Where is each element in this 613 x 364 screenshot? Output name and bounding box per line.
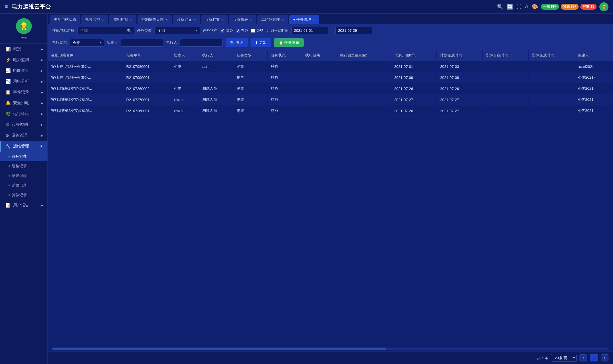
close-icon-oplog[interactable]: ✕: [165, 18, 168, 22]
search-icon[interactable]: 🔍: [497, 4, 503, 10]
plan-start-date[interactable]: [291, 27, 328, 34]
sidebar-item-device-management[interactable]: ⚙ 设备管理 ▶: [0, 130, 47, 141]
prev-page-btn[interactable]: ‹: [579, 354, 587, 361]
theme-icon[interactable]: 🎨: [532, 4, 538, 10]
search-label: 查询: [236, 40, 243, 45]
tab-video-monitor[interactable]: 视频监控 ✕: [81, 15, 108, 24]
arrow-device-mgmt: ▶: [41, 134, 43, 137]
table-row[interactable]: 安科瑞电气股份有限公...R2107090001抢单待办2021-07-0920…: [48, 72, 613, 83]
task-type-select[interactable]: 全部 消警 抢单 巡检: [155, 27, 200, 34]
close-icon-devrpt[interactable]: ✕: [250, 18, 252, 22]
sidebar-item-device-control[interactable]: 🖥 设备控制 ▶: [0, 119, 47, 130]
status-zaiban-checkbox[interactable]: [236, 29, 240, 33]
tab-station-status[interactable]: 变配电站状态: [50, 15, 80, 24]
sidebar-label-overview: 概况: [13, 47, 21, 52]
dot-emergency: [9, 194, 10, 196]
menu-icon[interactable]: ≡: [5, 3, 8, 10]
tab-device-report[interactable]: 设备报表 ✕: [229, 15, 256, 24]
export-button[interactable]: ⬇ 导出: [251, 38, 271, 47]
tab-label-task: ● 任务管理: [293, 17, 311, 22]
table-row[interactable]: 安科瑞E栋2楼实验室演...R2107260001xmzp测试人员消警待办202…: [48, 105, 613, 116]
publish-button[interactable]: 📋 任务发布: [274, 38, 304, 47]
close-icon-task[interactable]: ✕: [313, 18, 315, 22]
cell-0-10: [483, 61, 529, 72]
sidebar-item-inspection[interactable]: 巡检记录: [0, 161, 47, 171]
sidebar-item-power-monitor[interactable]: ⚡ 电力监测 ▶: [0, 55, 47, 65]
table-row[interactable]: 安科瑞电气股份有限公...R2107080001小佟acrel消警待办2021-…: [48, 61, 613, 72]
tab-label-video: 视频监控: [85, 17, 100, 22]
col-creator: 创建人: [574, 50, 613, 61]
col-plan-end: 计划完成时间: [437, 50, 483, 61]
station-input[interactable]: [77, 27, 134, 34]
refresh-icon[interactable]: 🔄: [507, 4, 513, 10]
sidebar-item-event-record[interactable]: 📋 事件记录 ▶: [0, 87, 47, 98]
tab-label-lighting: 照明控制: [113, 17, 128, 22]
scrollbar-thumb[interactable]: [52, 348, 386, 350]
sidebar-item-alarm[interactable]: 消警记录: [0, 181, 47, 190]
dot-task: [9, 156, 10, 157]
arrow-quality: ▶: [41, 69, 43, 73]
status-zaiban-wrap[interactable]: 在办: [236, 28, 248, 33]
status-daiban-checkbox[interactable]: [220, 29, 224, 33]
sidebar-item-task-management[interactable]: 任务管理: [0, 152, 47, 161]
filter-bar: 变配电站名称 🔍 任务类型 全部 消警 抢单 巡检 任务状态: [48, 24, 613, 50]
sidebar-item-user-report[interactable]: 📝 用户报告 ▶: [0, 200, 47, 211]
close-icon-video[interactable]: ✕: [102, 18, 104, 22]
badge-urgent[interactable]: 紧急 99+: [561, 4, 579, 10]
status-ban-checkbox[interactable]: [251, 29, 255, 33]
event-icon: 📋: [5, 90, 11, 95]
badge-severe[interactable]: 严重 15: [580, 4, 597, 10]
current-page-btn[interactable]: 1: [590, 354, 598, 361]
badge-normal[interactable]: 一般 99+: [541, 4, 559, 10]
sub-label-emergency: 抢修记录: [12, 193, 27, 198]
table-row[interactable]: 安科瑞E栋2楼实验室演...R2107260002小佟测试人员消警待办2021-…: [48, 83, 613, 94]
close-icon-devdef[interactable]: ✕: [193, 18, 196, 22]
sidebar-label-env: 运行环境: [13, 111, 29, 116]
responsible-input[interactable]: [121, 39, 163, 47]
search-button[interactable]: 🔍 查询: [226, 38, 248, 47]
sidebar-item-safety[interactable]: 🔔 安全用电 ▶: [0, 98, 47, 108]
arrow-report: ▶: [41, 204, 43, 207]
tab-operation-log[interactable]: 控制操作日志 ✕: [137, 15, 172, 24]
close-icon-devfile[interactable]: ✕: [222, 18, 224, 22]
cell-0-11: [528, 61, 574, 72]
executor-input[interactable]: [180, 39, 223, 47]
plan-end-date[interactable]: [335, 27, 372, 34]
font-icon[interactable]: A: [525, 4, 528, 10]
result-select[interactable]: 全部: [70, 39, 104, 47]
tab-device-file[interactable]: 设备档案 ✕: [201, 15, 228, 24]
cell-0-7: [336, 61, 391, 72]
status-ban-wrap[interactable]: 办毕: [251, 28, 264, 33]
sidebar-item-ops-management[interactable]: 🔧 运维管理 ▼: [0, 141, 47, 152]
next-page-btn[interactable]: ›: [601, 354, 608, 361]
tab-task-management[interactable]: ● 任务管理 ✕: [289, 15, 319, 24]
per-page-select[interactable]: 20条/页 50条/页 100条/页: [551, 354, 577, 362]
footer: 共 5 条 20条/页 50条/页 100条/页 ‹ 1 ›: [48, 352, 613, 364]
tab-device-def[interactable]: 设备定义 ✕: [173, 15, 200, 24]
main-content: 变配电站状态 视频监控 ✕ 照明控制 ✕ 控制操作日志 ✕ 设备定义 ✕ 设备档…: [48, 14, 613, 364]
sidebar-item-defect[interactable]: 缺陷记录: [0, 171, 47, 181]
station-search-icon[interactable]: 🔍: [127, 28, 132, 33]
date-separator: -: [331, 28, 333, 33]
status-daiban-wrap[interactable]: 待办: [220, 28, 233, 33]
sidebar-item-emergency[interactable]: 抢修记录: [0, 190, 47, 200]
responsible-label: 负责人: [107, 40, 118, 45]
sidebar-item-overview[interactable]: 📊 概况 ▶: [0, 44, 47, 55]
close-icon-lighting[interactable]: ✕: [130, 18, 132, 22]
table-row[interactable]: 安科瑞E栋2楼实验室演...R2107270001xmzp测试人员消警待办202…: [48, 94, 613, 105]
sidebar-item-environment[interactable]: 🌿 运行环境 ▶: [0, 108, 47, 119]
fullscreen-icon[interactable]: ⛶: [516, 4, 522, 10]
user-avatar[interactable]: 👷: [599, 2, 608, 11]
cell-4-2: xmzp: [170, 105, 199, 116]
tab-qrcode[interactable]: 二维码管理 ✕: [257, 15, 288, 24]
tab-lighting[interactable]: 照明控制 ✕: [109, 15, 136, 24]
sidebar-item-power-quality[interactable]: 📈 电能质量 ▶: [0, 65, 47, 76]
close-icon-qrcode[interactable]: ✕: [282, 18, 284, 22]
cell-0-3: acrel: [199, 61, 233, 72]
scrollbar-track[interactable]: [52, 348, 608, 350]
sidebar-item-electricity-analysis[interactable]: 📉 用电分析 ▶: [0, 76, 47, 87]
cell-2-6: [302, 83, 336, 94]
sidebar-user: 👷 test: [0, 14, 47, 44]
cell-2-8: 2021-07-26: [391, 83, 437, 94]
sidebar-label-device-mgmt: 设备管理: [11, 133, 27, 138]
